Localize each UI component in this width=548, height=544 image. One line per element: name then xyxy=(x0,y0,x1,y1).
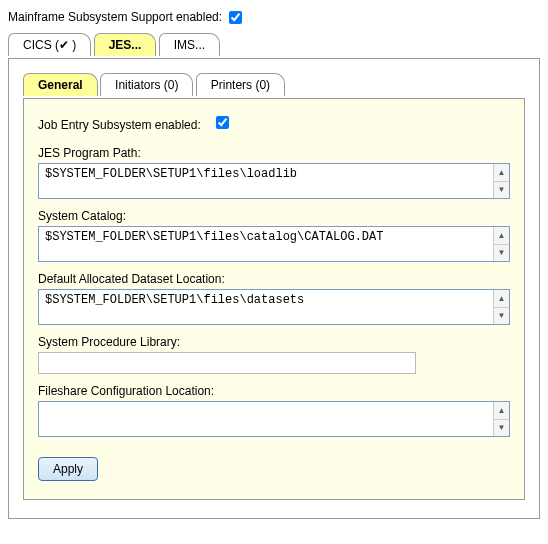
fileshare-label: Fileshare Configuration Location: xyxy=(38,384,510,398)
program-path-label: JES Program Path: xyxy=(38,146,510,160)
tab-initiators[interactable]: Initiators (0) xyxy=(100,73,193,96)
jes-enabled-label: Job Entry Subsystem enabled: xyxy=(38,118,201,132)
mainframe-support-checkbox[interactable] xyxy=(229,11,242,24)
fileshare-up-icon[interactable]: ▲ xyxy=(494,402,509,420)
dataset-loc-field[interactable]: ▲ ▼ xyxy=(38,289,510,325)
program-path-field[interactable]: ▲ ▼ xyxy=(38,163,510,199)
proc-lib-field[interactable] xyxy=(38,352,416,374)
outer-tabs: CICS (✔ ) JES... IMS... xyxy=(8,33,540,59)
tab-general[interactable]: General xyxy=(23,73,98,96)
system-catalog-label: System Catalog: xyxy=(38,209,510,223)
proc-lib-input[interactable] xyxy=(39,353,415,373)
system-catalog-field[interactable]: ▲ ▼ xyxy=(38,226,510,262)
system-catalog-up-icon[interactable]: ▲ xyxy=(494,227,509,245)
program-path-up-icon[interactable]: ▲ xyxy=(494,164,509,182)
mainframe-support-label: Mainframe Subsystem Support enabled: xyxy=(8,10,222,24)
dataset-loc-down-icon[interactable]: ▼ xyxy=(494,308,509,325)
tab-ims[interactable]: IMS... xyxy=(159,33,220,56)
fileshare-field[interactable]: ▲ ▼ xyxy=(38,401,510,437)
proc-lib-label: System Procedure Library: xyxy=(38,335,510,349)
fileshare-input[interactable] xyxy=(39,402,493,436)
dataset-loc-label: Default Allocated Dataset Location: xyxy=(38,272,510,286)
tab-cics[interactable]: CICS (✔ ) xyxy=(8,33,91,56)
tab-jes[interactable]: JES... xyxy=(94,33,157,56)
general-panel: Job Entry Subsystem enabled: JES Program… xyxy=(23,98,525,500)
dataset-loc-input[interactable] xyxy=(39,290,493,324)
outer-panel: General Initiators (0) Printers (0) Job … xyxy=(8,58,540,519)
system-catalog-input[interactable] xyxy=(39,227,493,261)
apply-button[interactable]: Apply xyxy=(38,457,98,481)
dataset-loc-up-icon[interactable]: ▲ xyxy=(494,290,509,308)
program-path-input[interactable] xyxy=(39,164,493,198)
fileshare-down-icon[interactable]: ▼ xyxy=(494,420,509,437)
jes-enabled-checkbox[interactable] xyxy=(216,116,229,129)
system-catalog-down-icon[interactable]: ▼ xyxy=(494,245,509,262)
inner-tabs: General Initiators (0) Printers (0) xyxy=(23,73,525,99)
tab-printers[interactable]: Printers (0) xyxy=(196,73,285,96)
program-path-down-icon[interactable]: ▼ xyxy=(494,182,509,199)
